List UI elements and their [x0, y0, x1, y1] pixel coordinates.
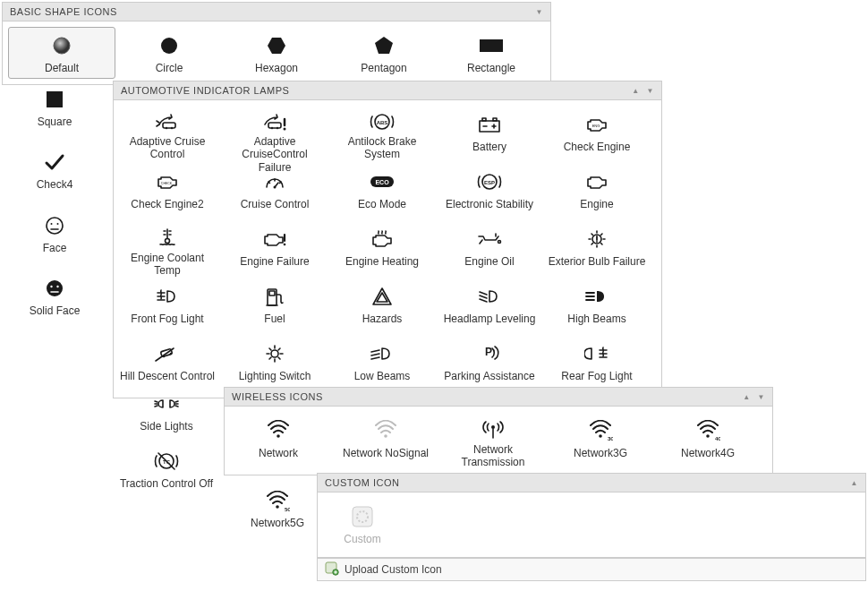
icon-item-network[interactable]: Network [225, 412, 332, 469]
svg-point-41 [271, 350, 278, 357]
panel-collapse-controls[interactable] [851, 478, 858, 487]
icon-item-network5g[interactable]: 5GNetwork5G [224, 484, 331, 534]
icon-item-network-nosignal[interactable]: Network NoSignal [332, 412, 439, 469]
panel-basic-side-column: SquareCheck4FaceSolid Face [2, 81, 107, 328]
icon-item-solid-face[interactable]: Solid Face [5, 270, 104, 327]
svg-point-48 [599, 434, 602, 438]
traction-control-off-icon: TC [115, 449, 217, 474]
icon-label: Network Transmission [444, 443, 542, 469]
chevron-up-icon[interactable] [851, 478, 858, 487]
icon-item-cruise-control[interactable]: Cruise Control [221, 163, 328, 220]
panel-title: BASIC SHAPE ICONS [10, 6, 117, 17]
abs-icon: ABS [331, 112, 433, 132]
svg-point-17 [277, 127, 278, 129]
icon-item-battery[interactable]: Battery [436, 106, 543, 163]
svg-point-18 [284, 128, 286, 131]
panel-collapse-controls[interactable] [536, 7, 543, 16]
icon-item-engine-oil[interactable]: Engine Oil [436, 220, 543, 278]
custom-icon [320, 504, 404, 529]
icon-item-pentagon[interactable]: Pentagon [330, 27, 438, 79]
panel-wireless-icons: WIRELESS ICONS NetworkNetwork NoSignalNe… [224, 387, 773, 475]
headlamp-leveling-icon [438, 284, 540, 309]
icon-label: Default [45, 62, 79, 74]
icon-item-engine-heating[interactable]: Engine Heating [328, 220, 436, 278]
icon-item-abs[interactable]: ABSAntilock Brake System [328, 106, 436, 163]
icon-item-exterior-bulb-failure[interactable]: Exterior Bulb Failure [543, 220, 651, 278]
icon-item-rear-fog-light[interactable]: Rear Fog Light [543, 335, 651, 392]
icon-item-fuel[interactable]: Fuel [221, 278, 328, 335]
icon-label: Parking Assistance [444, 370, 534, 382]
icon-item-circle[interactable]: Circle [115, 27, 223, 79]
chevron-down-icon[interactable] [647, 86, 654, 95]
icon-item-hexagon[interactable]: Hexagon [223, 27, 330, 79]
icon-item-network-transmission[interactable]: Network Transmission [439, 412, 547, 469]
icon-item-check-engine[interactable]: ENGCheck Engine [543, 106, 651, 163]
icon-item-electronic-stability[interactable]: ESPElectronic Stability [436, 163, 543, 220]
icon-item-default[interactable]: Default [8, 27, 115, 79]
icon-label: Circle [156, 62, 183, 74]
icon-item-engine-coolant-temp[interactable]: Engine Coolant Temp [114, 220, 221, 278]
icon-item-hill-descent-control[interactable]: Hill Descent Control [114, 335, 221, 392]
icon-item-engine-failure[interactable]: Engine Failure [221, 220, 328, 278]
icon-label: Engine [580, 198, 613, 210]
icon-label: Electronic Stability [446, 198, 533, 210]
icon-item-network3g[interactable]: 3GNetwork3G [547, 412, 654, 469]
chevron-down-icon[interactable] [758, 392, 765, 401]
network-nosignal-icon [335, 418, 437, 443]
icon-item-check-engine2[interactable]: CHECKCheck Engine2 [114, 163, 221, 220]
icon-label: Solid Face [30, 304, 81, 317]
icon-item-square[interactable]: Square [5, 81, 104, 138]
icon-label: Eco Mode [358, 198, 406, 210]
icon-label: Network NoSignal [343, 447, 429, 459]
svg-point-33 [498, 241, 501, 244]
icon-item-high-beams[interactable]: High Beams [543, 278, 651, 335]
svg-rect-4 [480, 39, 503, 52]
icon-item-hazards[interactable]: Hazards [328, 278, 436, 335]
icon-item-adaptive-cruise[interactable]: Adaptive Cruise Control [114, 106, 221, 163]
panel-collapse-controls[interactable] [743, 392, 765, 401]
icon-label: Check Engine2 [131, 198, 203, 210]
svg-point-32 [284, 244, 286, 246]
parking-assistance-icon: P [438, 341, 540, 366]
icon-label: Exterior Bulb Failure [549, 255, 646, 268]
icon-item-traction-control-off[interactable]: TCTraction Control Off [113, 442, 220, 500]
svg-text:4G: 4G [715, 436, 720, 441]
icon-item-engine[interactable]: Engine [543, 163, 651, 220]
face-icon [8, 213, 101, 238]
icon-item-side-lights[interactable]: Side Lights [113, 385, 220, 442]
icon-label: Low Beams [354, 370, 411, 382]
icon-item-check4[interactable]: Check4 [5, 143, 104, 201]
cruise-control-icon [224, 169, 326, 194]
icon-item-parking-assistance[interactable]: PParking Assistance [436, 335, 543, 392]
engine-icon [546, 169, 648, 194]
icon-item-lighting-switch[interactable]: Lighting Switch [221, 335, 328, 392]
svg-point-9 [47, 280, 63, 296]
icon-item-rectangle[interactable]: Rectangle [438, 27, 545, 79]
svg-point-50 [706, 434, 710, 438]
battery-icon [438, 112, 540, 137]
svg-point-1 [161, 38, 177, 54]
icon-item-low-beams[interactable]: Low Beams [328, 335, 436, 392]
icon-item-eco-mode[interactable]: ECOEco Mode [328, 163, 436, 220]
panel-collapse-controls[interactable] [632, 86, 654, 95]
icon-item-face[interactable]: Face [5, 207, 104, 264]
icon-item-network4g[interactable]: 4GNetwork4G [654, 412, 762, 469]
engine-coolant-temp-icon [116, 227, 218, 248]
icon-item-adaptive-cruise-failure[interactable]: Adaptive CruiseControl Failure [221, 106, 328, 163]
icon-label: Custom [344, 533, 380, 545]
chevron-up-icon[interactable] [743, 392, 750, 401]
upload-custom-icon-button[interactable]: Upload Custom Icon [317, 558, 866, 581]
icon-item-headlamp-leveling[interactable]: Headlamp Leveling [436, 278, 543, 335]
fuel-icon [224, 284, 326, 309]
chevron-down-icon[interactable] [536, 7, 543, 16]
low-beams-icon [331, 341, 433, 366]
icon-label: Engine Coolant Temp [118, 252, 217, 278]
engine-failure-icon [224, 227, 326, 252]
check-engine-icon: ENG [546, 112, 648, 137]
icon-item-custom[interactable]: Custom [318, 498, 407, 550]
icon-label: Face [43, 242, 67, 254]
icon-label: Rear Fog Light [561, 370, 632, 382]
svg-marker-3 [375, 37, 393, 54]
icon-item-front-fog-light[interactable]: Front Fog Light [114, 278, 221, 335]
chevron-up-icon[interactable] [632, 86, 639, 95]
